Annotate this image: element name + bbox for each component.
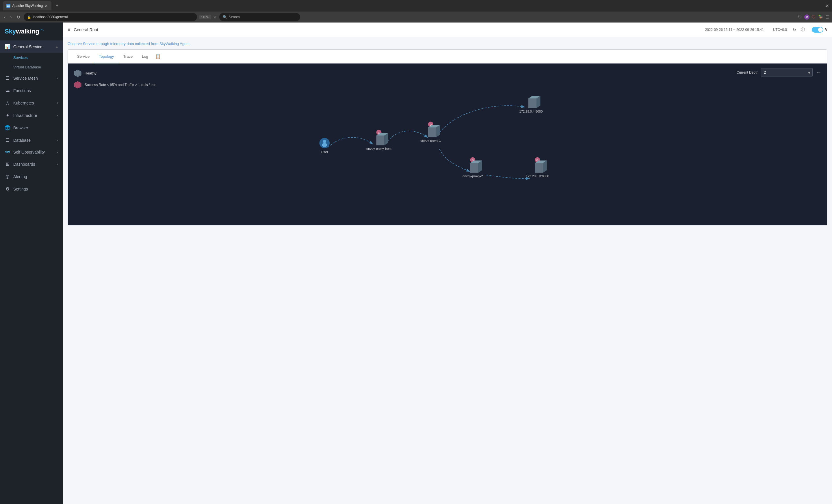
node-172-29-0-3-label: 172.29.0.3:8000 [526,174,549,178]
virtual-database-label: Virtual Database [13,65,41,69]
node-envoy-proxy-1[interactable]: ⊙ envoy-proxy-1 [420,122,441,142]
sidebar-item-browser[interactable]: 🌐 Browser [0,121,63,134]
sidebar: Skywalking⌒ 📊 General Service ▲ Services… [0,23,63,504]
sidebar-item-virtual-database[interactable]: Virtual Database [0,62,63,72]
dashboards-icon: ⊞ [5,161,10,167]
sidebar-label-database: Database [13,138,54,143]
tab-trace[interactable]: Trace [119,50,137,63]
auto-refresh-toggle[interactable] [812,27,823,33]
tab-log[interactable]: Log [137,50,153,63]
sidebar-item-services[interactable]: Services [0,53,63,62]
settings-icon: ⚙ [5,186,10,192]
chevron-down-icon: ▾ [57,151,58,154]
extension-icon[interactable]: 🛡 [812,15,816,19]
sidebar-label-settings: Settings [13,187,58,191]
node-envoy-proxy-2-label: envoy-proxy-2 [463,174,483,178]
sidebar-item-kubernetes[interactable]: ◎ Kubernetes ▾ [0,97,63,109]
sidebar-label-browser: Browser [13,125,58,130]
browser-search-bar[interactable]: 🔍 Search [219,13,300,21]
chevron-down-icon: ▾ [57,163,58,166]
alerting-icon: ◎ [5,174,10,179]
sidebar-item-functions[interactable]: ☁ Functions [0,84,63,97]
observe-note-text: Observe Service through telemetry data c… [68,41,191,46]
time-range-display: 2022-09-26 15:11 ~ 2022-09-26 15:41 [705,28,763,32]
infrastructure-icon: ✦ [5,113,10,118]
sidebar-label-infrastructure: Infrastructure [13,113,54,118]
sidebar-item-service-mesh[interactable]: ☰ Service Mesh ▾ [0,72,63,84]
tab-topology[interactable]: Topology [94,50,119,63]
top-bar: ≡ General-Root 2022-09-26 15:11 ~ 2022-0… [63,23,832,37]
sidebar-item-dashboards[interactable]: ⊞ Dashboards ▾ [0,158,63,170]
panel-tabs: Service Topology Trace Log 📋 [68,50,827,63]
node-envoy-proxy-1-label: envoy-proxy-1 [420,139,441,142]
search-icon: 🔍 [223,15,227,19]
svg-marker-10 [376,136,385,145]
back-button[interactable]: ‹ [3,15,7,20]
menu-icon[interactable]: ☰ [825,15,829,19]
sidebar-item-settings[interactable]: ⚙ Settings [0,183,63,195]
edge-proxy1-proxy2 [439,149,470,172]
chevron-down-icon: ▾ [57,77,58,80]
observe-note: Observe Service through telemetry data c… [68,41,827,46]
reload-button[interactable]: ↻ [15,15,21,20]
browser-close-button[interactable]: ✕ [825,3,829,9]
sidebar-item-infrastructure[interactable]: ✦ Infrastructure ▾ [0,109,63,121]
logo-text: Skywalking⌒ [5,28,44,35]
extension2-icon[interactable]: 🦆 [818,15,823,19]
sidebar-item-general-service[interactable]: 📊 General Service ▲ [0,40,63,53]
search-placeholder: Search [229,15,240,19]
chevron-up-icon: ▲ [55,45,58,48]
main-content: ≡ General-Root 2022-09-26 15:11 ~ 2022-0… [63,23,832,504]
zoom-level: 110% [199,15,211,19]
address-bar-row: ‹ › ↻ 🔒 localhost:8080/general 110% ☆ 🔍 … [0,11,832,23]
page-title: General-Root [74,27,701,32]
svg-marker-15 [428,128,436,137]
new-tab-button[interactable]: + [54,3,60,9]
address-bar[interactable]: 🔒 localhost:8080/general [24,13,197,21]
svg-point-6 [323,140,326,143]
chevron-down-icon: ▾ [57,101,58,105]
node-172-29-0-3[interactable]: ⊙ 172.29.0.3:8000 [526,157,549,178]
sidebar-item-database[interactable]: ☰ Database ▾ [0,134,63,146]
hamburger-icon[interactable]: ≡ [68,27,70,32]
content-area: Observe Service through telemetry data c… [63,37,832,504]
browser-toolbar-icons: 🛡 R 🛡 🦆 ☰ [798,15,829,20]
sidebar-logo: Skywalking⌒ [0,23,63,40]
timezone-display: UTC+0:0 [773,28,787,32]
sidebar-navigation: 📊 General Service ▲ Services Virtual Dat… [0,40,63,504]
sidebar-item-self-observability[interactable]: SW Self Observability ▾ [0,146,63,158]
clipboard-icon[interactable]: 📋 [153,50,163,63]
svg-marker-28 [535,163,543,173]
forward-button[interactable]: › [9,15,13,20]
main-panel: Service Topology Trace Log 📋 [68,49,827,225]
chevron-down-icon: ▾ [57,114,58,117]
edge-proxy1-node1 [438,106,525,135]
lock-icon: 🔒 [27,15,31,19]
info-button[interactable]: ⓘ [801,27,805,32]
svg-marker-23 [470,163,478,173]
tab-title: Apache SkyWalking [12,4,43,8]
node-user[interactable]: User [319,138,330,155]
app-layout: Skywalking⌒ 📊 General Service ▲ Services… [0,23,832,504]
topology-svg: User ⊙ envoy-proxy-front [68,63,827,225]
node-172-29-0-4[interactable]: 172.29.0.4:8000 [519,96,543,113]
svg-marker-18 [528,99,537,108]
url-text: localhost:8080/general [33,15,68,19]
sidebar-label-service-mesh: Service Mesh [13,76,54,81]
sidebar-label-dashboards: Dashboards [13,162,54,167]
functions-icon: ☁ [5,88,10,93]
browser-tab[interactable]: SW Apache SkyWalking ✕ [3,1,51,10]
sidebar-label-alerting: Alerting [13,174,58,179]
services-label: Services [13,55,28,60]
bookmark-button[interactable]: ☆ [213,15,217,19]
profile-icon[interactable]: R [804,15,809,20]
sidebar-label-self-observability: Self Observability [13,150,54,155]
tab-close-button[interactable]: ✕ [45,3,48,8]
node-envoy-proxy-front[interactable]: ⊙ envoy-proxy-front [366,130,392,150]
tab-service[interactable]: Service [73,50,94,63]
refresh-button[interactable]: ↻ [793,27,796,32]
self-obs-icon: SW [5,151,10,154]
node-envoy-proxy-2[interactable]: ⊙ envoy-proxy-2 [463,157,483,178]
sidebar-item-alerting[interactable]: ◎ Alerting [0,170,63,183]
shield-icon[interactable]: 🛡 [798,15,802,19]
